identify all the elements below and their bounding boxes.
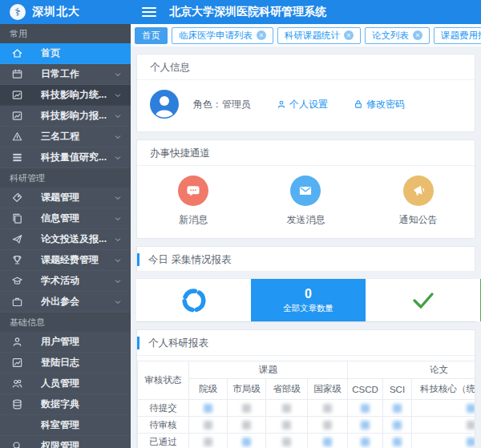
close-icon[interactable]: × — [413, 30, 422, 40]
stat-completed[interactable] — [366, 279, 480, 321]
table-row: 已通过 — [138, 434, 475, 448]
close-icon[interactable]: × — [257, 30, 266, 40]
envelope-icon — [290, 176, 321, 206]
calendar-icon — [10, 68, 23, 81]
redacted-value[interactable] — [242, 438, 251, 446]
redacted-value[interactable] — [467, 404, 475, 413]
users-icon — [10, 377, 23, 390]
redacted-value[interactable] — [204, 404, 212, 413]
stat-collecting[interactable] — [136, 279, 251, 321]
today-report-panel: 今日 采集情况报表 0 全部文章数量 — [136, 246, 475, 322]
redacted-value[interactable] — [467, 421, 475, 430]
redacted-value[interactable] — [323, 404, 332, 413]
redacted-value[interactable] — [242, 404, 251, 413]
logo: ⚕ 深圳北大 — [0, 0, 131, 24]
sidebar-item-permission-management[interactable]: 权限管理 — [0, 436, 131, 448]
col-header: 市局级 — [228, 379, 266, 400]
sidebar-item-personnel-management[interactable]: 人员管理 — [0, 373, 131, 394]
documents-icon — [10, 212, 23, 225]
redacted-value[interactable] — [393, 421, 402, 430]
menu-toggle-icon[interactable] — [142, 7, 156, 18]
sidebar-section-common: 常用 — [0, 24, 131, 43]
redacted-value[interactable] — [282, 404, 291, 413]
row-label: 待审核 — [138, 417, 189, 434]
sidebar: 常用 首页 日常工作 科技影响力统... 科技影响力报... 三名工程 科技量值… — [0, 24, 131, 448]
personal-info-panel: 个人信息 角色：管理员 个人设置 修改密码 — [136, 54, 475, 132]
sidebar-item-info-management[interactable]: 信息管理 — [0, 208, 131, 229]
send-message-action[interactable]: 发送消息 — [249, 176, 362, 227]
tab-paper-list[interactable]: 论文列表× — [365, 27, 430, 44]
search-icon — [10, 440, 23, 448]
redacted-value[interactable] — [242, 421, 251, 430]
check-icon — [411, 290, 435, 311]
col-header: CSCD — [348, 379, 383, 400]
redacted-value[interactable] — [467, 438, 475, 446]
personal-settings-link[interactable]: 个人设置 — [277, 98, 328, 111]
sidebar-item-login-log[interactable]: 登陆日志 — [0, 353, 131, 373]
redacted-value[interactable] — [361, 404, 370, 413]
sidebar-item-tech-influence-stats[interactable]: 科技影响力统... — [0, 85, 131, 106]
panel-title: 个人科研报表 — [137, 330, 475, 356]
topbar: ⚕ 深圳北大 北京大学深圳医院科研管理系统 — [0, 0, 481, 24]
user-icon — [10, 336, 23, 349]
sidebar-item-data-dictionary[interactable]: 数据字典 — [0, 394, 131, 415]
sidebar-item-project-funding[interactable]: 课题经费管理 — [0, 250, 131, 271]
col-header: 国家级 — [308, 379, 348, 400]
sidebar-item-home[interactable]: 首页 — [0, 43, 131, 64]
chevron-down-icon — [113, 70, 123, 79]
chevron-down-icon — [113, 132, 123, 142]
redacted-value[interactable] — [204, 438, 212, 446]
new-message-action[interactable]: 新消息 — [137, 176, 249, 227]
sidebar-item-user-management[interactable]: 用户管理 — [0, 332, 131, 353]
panel-title: 今日 采集情况报表 — [136, 246, 475, 272]
redacted-value[interactable] — [361, 438, 370, 446]
close-icon[interactable]: × — [344, 30, 354, 40]
col-header: SCI — [383, 379, 412, 400]
sidebar-item-department-management[interactable]: 科室管理 — [0, 415, 131, 436]
col-header: 院级 — [189, 379, 228, 400]
chevron-down-icon — [113, 235, 123, 244]
sidebar-item-tech-value-research[interactable]: 科技量值研究... — [0, 147, 131, 168]
stat-value: 0 — [305, 287, 312, 301]
main-content: 个人信息 角色：管理员 个人设置 修改密码 办事快捷通道 新消息 — [131, 46, 481, 448]
none-icon — [10, 419, 23, 432]
redacted-value[interactable] — [282, 438, 291, 446]
quick-actions-panel: 办事快捷通道 新消息 发送消息 通知公告 — [136, 139, 475, 239]
redacted-value[interactable] — [323, 438, 332, 446]
sidebar-item-conference-travel[interactable]: 外出参会 — [0, 292, 131, 313]
sidebar-item-daily-work[interactable]: 日常工作 — [0, 64, 131, 85]
research-table: 审核状态 课题 论文 院级 市局级 省部级 国家级 CSCD SCI 科技核心（… — [137, 361, 475, 448]
tag-icon — [10, 192, 23, 204]
tab-home[interactable]: 首页 — [135, 27, 168, 44]
redacted-value[interactable] — [204, 421, 212, 430]
lock-icon — [354, 99, 363, 109]
sidebar-item-tech-influence-report[interactable]: 科技影响力报... — [0, 106, 131, 127]
home-icon — [10, 47, 23, 60]
tab-bar: 首页 临床医学申请列表× 科研课题统计× 论文列表× 课题费用报表× 用户列表× — [131, 24, 481, 46]
paper-plane-icon — [10, 233, 23, 246]
tab-clinical-medicine-list[interactable]: 临床医学申请列表× — [172, 27, 273, 44]
notice-announcement-action[interactable]: 通知公告 — [362, 176, 475, 227]
redacted-value[interactable] — [323, 421, 332, 430]
personal-research-panel: 个人科研报表 审核状态 课题 论文 院级 市局级 省部级 国家级 — [136, 329, 475, 448]
sidebar-item-project-management[interactable]: 课题管理 — [0, 188, 131, 208]
redacted-value[interactable] — [282, 421, 291, 430]
stat-total-articles[interactable]: 0 全部文章数量 — [251, 279, 366, 321]
tab-project-fee-report[interactable]: 课题费用报表× — [434, 27, 481, 44]
research-table-wrapper: 审核状态 课题 论文 院级 市局级 省部级 国家级 CSCD SCI 科技核心（… — [137, 356, 475, 448]
redacted-value[interactable] — [393, 404, 402, 413]
list-icon — [10, 151, 23, 164]
redacted-value[interactable] — [393, 438, 402, 446]
col-header: 科技核心（统计源）期刊 — [412, 379, 475, 400]
change-password-link[interactable]: 修改密码 — [354, 98, 405, 111]
megaphone-icon — [403, 176, 434, 206]
redacted-value[interactable] — [361, 421, 370, 430]
chart-icon — [10, 110, 23, 123]
chevron-down-icon — [113, 111, 123, 121]
sidebar-item-academic-activities[interactable]: 学术活动 — [0, 271, 131, 292]
hospital-logo-icon: ⚕ — [10, 4, 26, 20]
tab-research-project-stats[interactable]: 科研课题统计× — [277, 27, 361, 44]
sidebar-item-paper-submission[interactable]: 论文投送及报... — [0, 229, 131, 250]
chevron-down-icon — [113, 276, 123, 286]
sidebar-item-sanming-project[interactable]: 三名工程 — [0, 127, 131, 147]
